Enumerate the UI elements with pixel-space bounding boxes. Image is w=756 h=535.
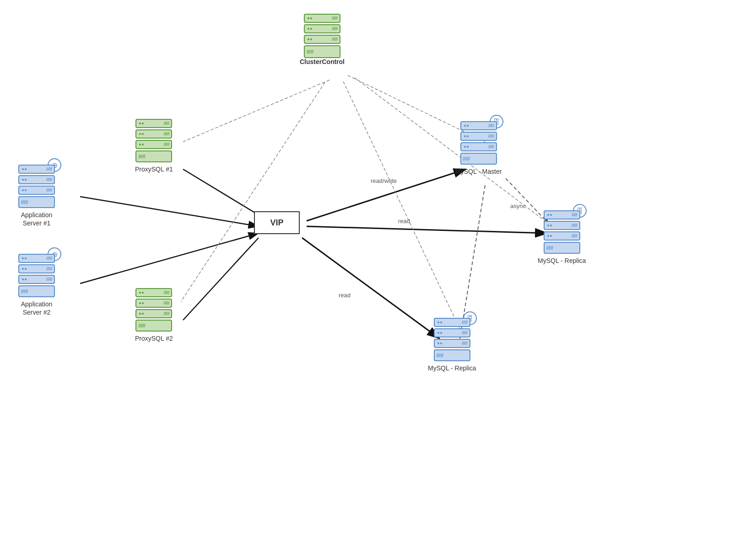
mysql-replica1-label: MySQL - Replica [538,257,586,265]
svg-line-6 [302,238,439,338]
label-async1: async [510,203,526,209]
svg-line-1 [80,233,259,284]
svg-line-2 [183,169,259,215]
svg-line-13 [343,81,460,329]
mysql-master-label: MySQL - Master [455,167,502,176]
svg-line-3 [183,238,259,320]
appserver1-label: ApplicationServer #1 [21,211,53,227]
node-clustercontrol: ///// ///// ///// ///// ClusterControl [300,14,345,66]
node-mysql-replica2: 🗄 ///// ///// ///// ///// MySQL - Replic… [428,318,476,372]
svg-line-4 [307,169,466,221]
node-proxysql1: ///// ///// ///// ///// ProxySQL #1 [135,119,173,173]
vip-label: VIP [270,218,283,228]
svg-line-0 [80,197,259,226]
svg-line-5 [307,226,547,233]
vip-box: VIP [254,211,300,234]
svg-line-10 [181,82,325,302]
node-vip: VIP [254,211,300,234]
appserver2-label: ApplicationServer #2 [21,300,53,316]
svg-line-9 [183,80,329,142]
connections-svg: read/write read read async [0,0,756,535]
architecture-diagram: read/write read read async [0,0,756,535]
mysql-replica2-label: MySQL - Replica [428,364,476,372]
label-read1: read [398,218,410,225]
svg-line-12 [355,78,549,224]
node-appserver1: ⊕ ///// ///// ///// ///// ApplicationSer… [18,165,55,227]
label-read2: read [339,292,351,299]
node-proxysql2: ///// ///// ///// ///// ProxySQL #2 [135,288,173,342]
proxysql1-label: ProxySQL #1 [135,165,173,173]
proxysql2-label: ProxySQL #2 [135,334,173,342]
label-read-write: read/write [371,177,397,184]
node-mysql-replica1: 🗄 ///// ///// ///// ///// MySQL - Replic… [538,210,586,265]
clustercontrol-label: ClusterControl [300,58,345,66]
node-mysql-master: 🗄 ///// ///// ///// ///// MySQL - Master [455,121,502,176]
node-appserver2: ⊕ ///// ///// ///// ///// ApplicationSer… [18,254,55,316]
